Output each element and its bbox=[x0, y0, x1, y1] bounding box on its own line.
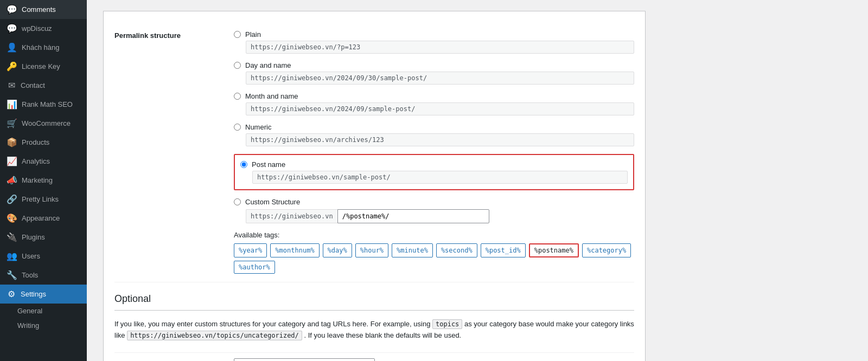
radio-option-month-and-name: Month and name https://giniwebseo.vn/202… bbox=[234, 92, 634, 115]
numeric-url: https://giniwebseo.vn/archives/123 bbox=[246, 133, 634, 146]
submenu-item-writing[interactable]: Writing bbox=[0, 318, 87, 333]
sidebar-item-tools[interactable]: 🔧 Tools bbox=[0, 266, 87, 285]
main-content: Permalink structure Plain https://giniwe… bbox=[87, 0, 868, 361]
available-tags-label: Available tags: bbox=[234, 231, 634, 239]
example-url-code: https://giniwebseo.vn/topics/uncategoriz… bbox=[127, 331, 302, 340]
pretty-links-icon: 🔗 bbox=[7, 194, 17, 204]
radio-label-post-name[interactable]: Post name bbox=[240, 160, 628, 169]
custom-structure-base: https://giniwebseo.vn bbox=[246, 209, 337, 223]
radio-label-day-and-name[interactable]: Day and name bbox=[234, 61, 634, 69]
tags-list: %year% %monthnum% %day% %hour% %minute% … bbox=[234, 243, 634, 274]
settings-submenu: General Writing bbox=[0, 304, 87, 333]
sidebar-item-products[interactable]: 📦 Products bbox=[0, 133, 87, 152]
month-and-name-url: https://giniwebseo.vn/2024/09/sample-pos… bbox=[246, 102, 634, 115]
tag-monthnum[interactable]: %monthnum% bbox=[270, 243, 319, 257]
key-icon: 🔑 bbox=[7, 61, 17, 72]
sidebar: 💬 Comments 💬 wpDiscuz 👤 Khách hàng 🔑 Lic… bbox=[0, 0, 87, 361]
marketing-icon: 📣 bbox=[7, 175, 17, 185]
radio-label-custom-structure[interactable]: Custom Structure bbox=[234, 198, 634, 206]
category-base-input[interactable] bbox=[234, 358, 375, 361]
submenu-item-general[interactable]: General bbox=[0, 304, 87, 318]
sidebar-item-comments[interactable]: 💬 Comments bbox=[0, 0, 87, 19]
tag-hour[interactable]: %hour% bbox=[355, 243, 388, 257]
tag-postname[interactable]: %postname% bbox=[529, 243, 579, 257]
radio-month-and-name[interactable] bbox=[234, 93, 241, 100]
tag-year[interactable]: %year% bbox=[234, 243, 267, 257]
radio-post-name[interactable] bbox=[240, 161, 247, 168]
permalink-structure-row: Permalink structure Plain https://giniwe… bbox=[114, 22, 634, 282]
radio-option-post-name: Post name https://giniwebseo.vn/sample-p… bbox=[234, 154, 634, 190]
tag-minute[interactable]: %minute% bbox=[392, 243, 433, 257]
radio-option-day-and-name: Day and name https://giniwebseo.vn/2024/… bbox=[234, 61, 634, 85]
day-and-name-url: https://giniwebseo.vn/2024/09/30/sample-… bbox=[246, 72, 634, 85]
post-name-url: https://giniwebseo.vn/sample-post/ bbox=[252, 171, 628, 184]
optional-section: Optional If you like, you may enter cust… bbox=[114, 293, 634, 361]
plain-url: https://giniwebseo.vn/?p=123 bbox=[246, 41, 634, 54]
sidebar-item-contact[interactable]: ✉ Contact bbox=[0, 76, 87, 95]
sidebar-item-woocommerce[interactable]: 🛒 WooCommerce bbox=[0, 114, 87, 133]
radio-numeric[interactable] bbox=[234, 124, 241, 131]
woocommerce-icon: 🛒 bbox=[7, 118, 17, 128]
user-icon: 👤 bbox=[7, 42, 17, 53]
tag-second[interactable]: %second% bbox=[436, 243, 477, 257]
tag-day[interactable]: %day% bbox=[323, 243, 352, 257]
sidebar-item-license-key[interactable]: 🔑 License Key bbox=[0, 57, 87, 76]
radio-label-month-and-name[interactable]: Month and name bbox=[234, 92, 634, 100]
permalink-structure-label: Permalink structure bbox=[114, 30, 234, 40]
analytics-icon: 📈 bbox=[7, 156, 17, 166]
radio-option-numeric: Numeric https://giniwebseo.vn/archives/1… bbox=[234, 123, 634, 146]
plugins-icon: 🔌 bbox=[7, 232, 17, 242]
email-icon: ✉ bbox=[7, 80, 16, 91]
radio-plain[interactable] bbox=[234, 31, 241, 38]
sidebar-item-pretty-links[interactable]: 🔗 Pretty Links bbox=[0, 190, 87, 209]
appearance-icon: 🎨 bbox=[7, 213, 17, 223]
sidebar-item-marketing[interactable]: 📣 Marketing bbox=[0, 171, 87, 190]
optional-description: If you like, you may enter custom struct… bbox=[114, 319, 634, 341]
tools-icon: 🔧 bbox=[7, 270, 17, 280]
tag-author[interactable]: %author% bbox=[234, 261, 275, 274]
radio-day-and-name[interactable] bbox=[234, 62, 241, 69]
permalink-structure-field: Plain https://giniwebseo.vn/?p=123 Day a… bbox=[234, 30, 634, 274]
comments-icon: 💬 bbox=[7, 4, 17, 15]
tag-category[interactable]: %category% bbox=[582, 243, 631, 257]
wpdiscuz-icon: 💬 bbox=[7, 23, 17, 34]
radio-option-plain: Plain https://giniwebseo.vn/?p=123 bbox=[234, 30, 634, 54]
tag-post-id[interactable]: %post_id% bbox=[481, 243, 526, 257]
rank-math-icon: 📊 bbox=[7, 99, 17, 109]
sidebar-item-khach-hang[interactable]: 👤 Khách hàng bbox=[0, 38, 87, 57]
available-tags-section: Available tags: %year% %monthnum% %day% … bbox=[234, 231, 634, 274]
sidebar-item-appearance[interactable]: 🎨 Appearance bbox=[0, 209, 87, 228]
settings-icon: ⚙ bbox=[7, 289, 16, 299]
optional-title: Optional bbox=[114, 293, 634, 311]
sidebar-item-plugins[interactable]: 🔌 Plugins bbox=[0, 228, 87, 247]
sidebar-item-wpdiscuz[interactable]: 💬 wpDiscuz bbox=[0, 19, 87, 38]
radio-option-custom-structure: Custom Structure https://giniwebseo.vn bbox=[234, 198, 634, 223]
category-base-row: Category base bbox=[114, 352, 634, 361]
sidebar-item-analytics[interactable]: 📈 Analytics bbox=[0, 152, 87, 171]
custom-structure-row: https://giniwebseo.vn bbox=[246, 209, 634, 223]
radio-custom-structure[interactable] bbox=[234, 198, 241, 205]
content-panel: Permalink structure Plain https://giniwe… bbox=[103, 11, 646, 361]
products-icon: 📦 bbox=[7, 137, 17, 147]
sidebar-item-rank-math-seo[interactable]: 📊 Rank Math SEO bbox=[0, 95, 87, 114]
custom-structure-input[interactable] bbox=[337, 209, 489, 223]
radio-label-numeric[interactable]: Numeric bbox=[234, 123, 634, 131]
users-icon: 👥 bbox=[7, 251, 17, 261]
radio-label-plain[interactable]: Plain bbox=[234, 30, 634, 38]
sidebar-item-settings[interactable]: ⚙ Settings bbox=[0, 285, 87, 304]
sidebar-item-users[interactable]: 👥 Users bbox=[0, 247, 87, 266]
topics-code: topics bbox=[432, 319, 462, 329]
